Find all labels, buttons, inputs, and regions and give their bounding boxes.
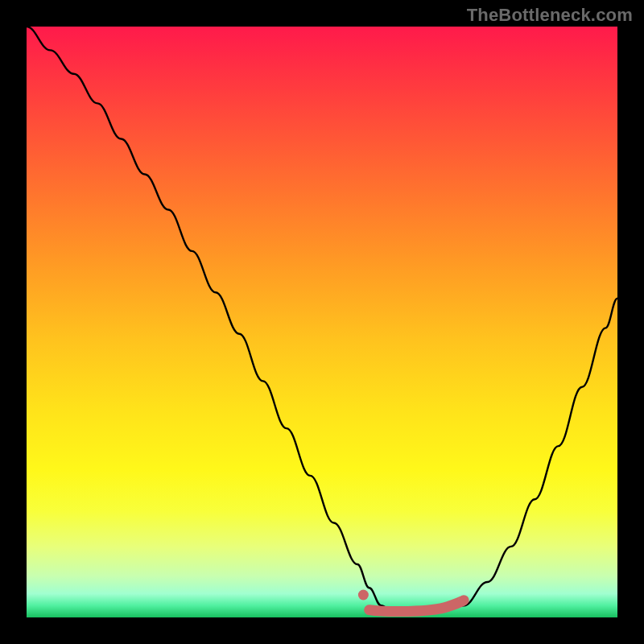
bottleneck-curve (27, 27, 617, 612)
optimal-marker-dot (358, 589, 369, 600)
chart-frame: TheBottleneck.com (0, 0, 644, 644)
chart-svg (27, 27, 617, 617)
watermark-label: TheBottleneck.com (467, 5, 633, 26)
